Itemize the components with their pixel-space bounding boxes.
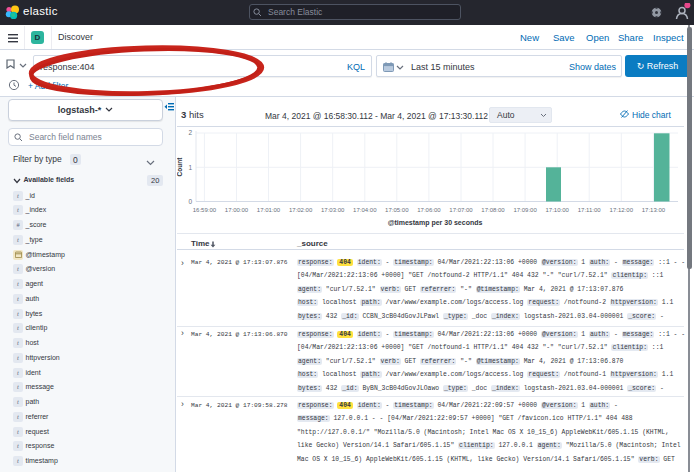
svg-text:17:04:00: 17:04:00 bbox=[353, 207, 377, 213]
svg-text:17:00:00: 17:00:00 bbox=[225, 207, 249, 213]
svg-text:16:59:00: 16:59:00 bbox=[193, 207, 217, 213]
svg-text:17:07:00: 17:07:00 bbox=[449, 207, 473, 213]
svg-text:17:08:00: 17:08:00 bbox=[481, 207, 505, 213]
svg-text:0: 0 bbox=[188, 198, 192, 205]
svg-text:@timestamp per 30 seconds: @timestamp per 30 seconds bbox=[388, 219, 483, 227]
svg-text:17:12:00: 17:12:00 bbox=[610, 207, 634, 213]
svg-text:Count: Count bbox=[177, 157, 183, 177]
svg-text:1: 1 bbox=[188, 164, 192, 171]
svg-text:17:11:00: 17:11:00 bbox=[578, 207, 602, 213]
svg-text:17:10:00: 17:10:00 bbox=[546, 207, 570, 213]
svg-text:17:09:00: 17:09:00 bbox=[513, 207, 537, 213]
svg-text:17:01:00: 17:01:00 bbox=[257, 207, 281, 213]
svg-text:17:03:00: 17:03:00 bbox=[321, 207, 345, 213]
svg-text:2: 2 bbox=[188, 129, 192, 136]
svg-text:17:02:00: 17:02:00 bbox=[289, 207, 313, 213]
svg-text:17:05:00: 17:05:00 bbox=[385, 207, 409, 213]
svg-text:17:06:00: 17:06:00 bbox=[417, 207, 441, 213]
svg-text:17:13:00: 17:13:00 bbox=[642, 207, 666, 213]
